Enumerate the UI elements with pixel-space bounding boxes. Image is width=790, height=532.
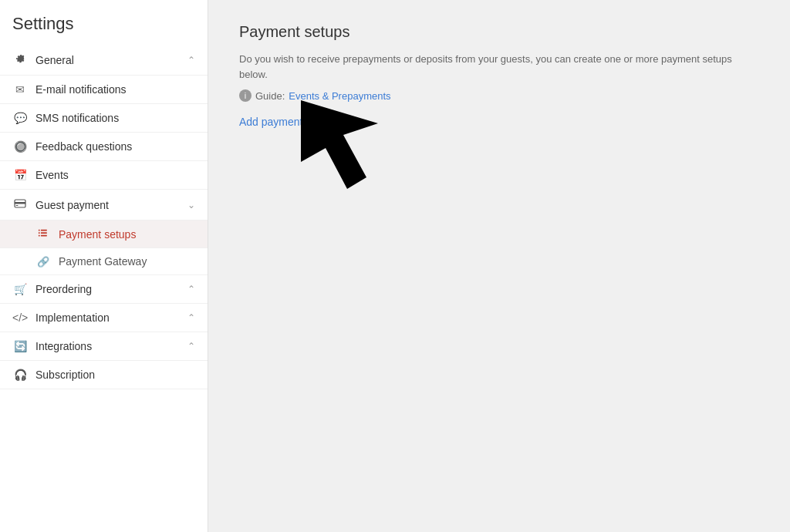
integrations-icon: 🔄 bbox=[12, 340, 28, 352]
chevron-down-icon: ⌄ bbox=[187, 200, 195, 210]
cursor-overlay bbox=[293, 93, 401, 203]
sidebar-item-feedback-questions[interactable]: 🔘 Feedback questions bbox=[0, 133, 208, 161]
sidebar-item-integrations[interactable]: 🔄 Integrations ⌃ bbox=[0, 332, 208, 361]
envelope-icon: ✉ bbox=[12, 83, 28, 96]
sidebar-item-payment-gateway[interactable]: 🔗 Payment Gateway bbox=[0, 248, 208, 275]
chevron-up-icon-preordering: ⌃ bbox=[187, 284, 195, 295]
sidebar-item-sms-notifications[interactable]: 💬 SMS notifications bbox=[0, 104, 208, 133]
calendar-icon: 📅 bbox=[12, 169, 28, 181]
guide-line: i Guide: Events & Prepayments bbox=[239, 89, 759, 102]
sidebar-label-payment-gateway: Payment Gateway bbox=[59, 255, 147, 268]
sidebar-item-preordering[interactable]: 🛒 Preordering ⌃ bbox=[0, 275, 208, 304]
svg-rect-8 bbox=[41, 235, 47, 237]
svg-rect-5 bbox=[39, 232, 40, 234]
chat-icon: 💬 bbox=[12, 112, 28, 124]
svg-rect-1 bbox=[15, 202, 25, 204]
svg-rect-6 bbox=[41, 232, 47, 234]
sidebar-label-preordering: Preordering bbox=[35, 283, 187, 295]
sidebar-label-events: Events bbox=[35, 169, 195, 181]
content-description: Do you wish to receive prepayments or de… bbox=[239, 52, 759, 82]
sidebar-label-payment-setups: Payment setups bbox=[59, 228, 136, 241]
card-icon bbox=[12, 197, 28, 212]
svg-rect-3 bbox=[39, 230, 40, 231]
sidebar-label-subscription: Subscription bbox=[35, 369, 195, 381]
svg-marker-9 bbox=[301, 100, 378, 189]
page-title: Settings bbox=[0, 0, 208, 45]
sidebar-label-email: E-mail notifications bbox=[35, 83, 195, 96]
sidebar-label-sms: SMS notifications bbox=[35, 112, 195, 124]
main-content: Payment setups Do you wish to receive pr… bbox=[208, 0, 790, 532]
sidebar-label-feedback: Feedback questions bbox=[35, 140, 195, 153]
guide-prefix: Guide: bbox=[255, 90, 285, 102]
content-title: Payment setups bbox=[239, 23, 759, 41]
svg-rect-7 bbox=[39, 235, 40, 237]
sidebar: Settings General ⌃ ✉ E-mail notification… bbox=[0, 0, 208, 532]
sidebar-item-subscription[interactable]: 🎧 Subscription bbox=[0, 361, 208, 389]
cart-icon: 🛒 bbox=[12, 283, 28, 295]
sidebar-item-events[interactable]: 📅 Events bbox=[0, 161, 208, 190]
chevron-up-icon-integrations: ⌃ bbox=[187, 341, 195, 352]
list-icon bbox=[35, 227, 51, 241]
feedback-icon: 🔘 bbox=[12, 140, 28, 153]
sidebar-label-guest-payment: Guest payment bbox=[35, 199, 187, 211]
sidebar-item-guest-payment[interactable]: Guest payment ⌄ bbox=[0, 190, 208, 221]
sidebar-label-integrations: Integrations bbox=[35, 340, 187, 352]
subscription-icon: 🎧 bbox=[12, 369, 28, 381]
gear-icon bbox=[12, 52, 28, 67]
link-icon: 🔗 bbox=[35, 256, 51, 268]
guide-link[interactable]: Events & Prepayments bbox=[289, 90, 390, 102]
sidebar-item-general[interactable]: General ⌃ bbox=[0, 45, 208, 76]
code-icon: </> bbox=[12, 311, 28, 324]
sidebar-label-general: General bbox=[35, 54, 187, 66]
sidebar-item-payment-setups[interactable]: Payment setups bbox=[0, 221, 208, 248]
sidebar-label-implementation: Implementation bbox=[35, 311, 187, 324]
svg-rect-4 bbox=[41, 230, 47, 231]
chevron-up-icon: ⌃ bbox=[187, 55, 195, 66]
info-icon: i bbox=[239, 89, 252, 102]
add-payment-setup-link[interactable]: Add payment setup bbox=[239, 116, 333, 128]
sidebar-item-email-notifications[interactable]: ✉ E-mail notifications bbox=[0, 76, 208, 104]
sidebar-item-implementation[interactable]: </> Implementation ⌃ bbox=[0, 304, 208, 332]
chevron-up-icon-implementation: ⌃ bbox=[187, 312, 195, 323]
svg-rect-2 bbox=[16, 205, 19, 206]
